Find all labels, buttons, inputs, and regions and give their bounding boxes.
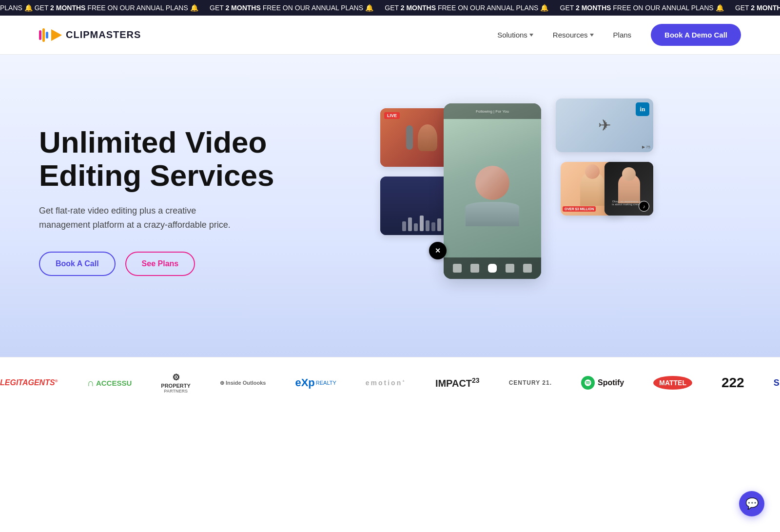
logo-exp-realty: eXp REALTY <box>295 376 336 389</box>
thumbnail-airplane: in ✈ ▶ 75 <box>556 99 653 152</box>
logo-icon <box>39 28 62 42</box>
hero-visual: LIVE <box>292 94 741 308</box>
hero-buttons: Book A Call See Plans <box>39 252 292 276</box>
video-grid: LIVE <box>380 99 653 303</box>
thumbnail-airplane-inner: in ✈ ▶ 75 <box>556 99 653 152</box>
announcement-text: PLANS 🔔 GET 2 MONTHS FREE ON OUR ANNUAL … <box>0 4 780 12</box>
logos-track: LEGITAGENTS® ∩ ACCESSU ⚙ PROPERTY PARTNE… <box>0 372 780 394</box>
logo-bar-blue <box>46 32 48 39</box>
solutions-chevron-icon <box>529 34 533 37</box>
nav-resources[interactable]: Resources <box>553 31 594 39</box>
hero-subtitle: Get flat-rate video editing plus a creat… <box>39 204 244 232</box>
hero-section: Unlimited Video Editing Services Get fla… <box>0 55 780 357</box>
center-phone-inner: Following | For You ♥ 5.2k <box>444 103 541 279</box>
linkedin-badge: in <box>636 102 649 116</box>
thumbnail-tiktok-dark-inner: Okay, so awareness to usis about making … <box>604 162 653 216</box>
logo-mattel: MATTEL <box>653 376 692 390</box>
logo-bar-yellow <box>42 28 45 42</box>
logos-bar: LEGITAGENTS® ∩ ACCESSU ⚙ PROPERTY PARTNE… <box>0 357 780 408</box>
nav-links: Solutions Resources Plans Book A Demo Ca… <box>497 24 741 46</box>
logo-impact23: IMPACT23 <box>435 376 480 389</box>
navbar: CLIPMASTERS Solutions Resources Plans Bo… <box>0 16 780 55</box>
book-demo-button[interactable]: Book A Demo Call <box>651 24 741 46</box>
plus-tab-icon <box>488 264 497 273</box>
logo-accessu: ∩ ACCESSU <box>87 377 132 389</box>
nav-solutions[interactable]: Solutions <box>497 31 533 39</box>
center-phone: Following | For You ♥ 5.2k <box>444 103 541 279</box>
inbox-tab-icon <box>506 264 514 273</box>
thumbnail-tiktok-dark: Okay, so awareness to usis about making … <box>604 162 653 216</box>
home-tab-icon <box>453 264 462 273</box>
book-call-button[interactable]: Book A Call <box>39 252 116 276</box>
plane-icon: ✈ <box>598 116 611 135</box>
live-badge: LIVE <box>384 112 400 119</box>
spotify-icon <box>581 376 595 390</box>
logo-legitagents: LEGITAGENTS® <box>0 378 58 387</box>
hero-content: Unlimited Video Editing Services Get fla… <box>39 126 292 276</box>
logo-property: ⚙ PROPERTY PARTNERS <box>161 372 191 394</box>
resources-chevron-icon <box>590 34 594 37</box>
search-tab-icon <box>470 264 479 273</box>
phone-top-bar: Following | For You <box>444 103 541 119</box>
logo-century21: CENTURY 21. <box>509 379 552 386</box>
logo-bar-pink <box>39 30 41 40</box>
logo-samsung: SAMSUNG <box>774 378 780 388</box>
logo-222: 222 <box>722 375 744 391</box>
tiktok-badge: ♪ <box>639 201 649 212</box>
hero-title: Unlimited Video Editing Services <box>39 126 292 192</box>
over-million-badge: OVER $3 MILLION <box>563 206 596 212</box>
nav-plans[interactable]: Plans <box>613 31 632 39</box>
x-social-badge: ✕ <box>429 242 447 259</box>
logo-text: CLIPMASTERS <box>66 29 141 40</box>
logo-emotion: emotion+ <box>366 379 406 387</box>
phone-bottom-bar <box>444 257 541 279</box>
announcement-bar: PLANS 🔔 GET 2 MONTHS FREE ON OUR ANNUAL … <box>0 0 780 16</box>
logo-spotify: Spotify <box>581 376 624 390</box>
logo-area[interactable]: CLIPMASTERS <box>39 28 141 42</box>
logo-play-triangle <box>51 29 62 41</box>
logo-inside-outlooks: ⊕ Inside Outlooks <box>220 380 266 386</box>
see-plans-button[interactable]: See Plans <box>125 252 195 276</box>
profile-tab-icon <box>523 264 532 273</box>
